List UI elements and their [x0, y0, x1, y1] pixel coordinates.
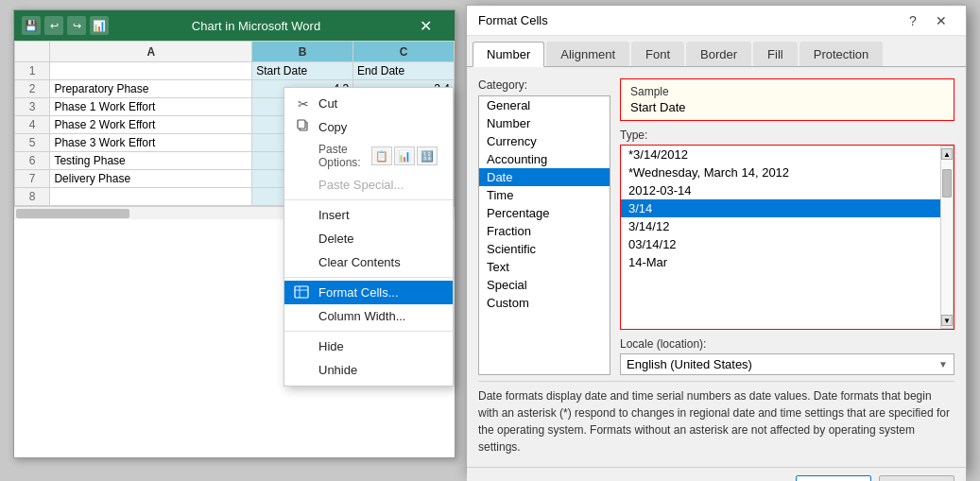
locale-row: Locale (location): English (United State… [620, 337, 954, 375]
tab-alignment[interactable]: Alignment [546, 42, 629, 66]
menu-label-paste-options: Paste Options: [318, 143, 366, 169]
tab-protection[interactable]: Protection [799, 42, 884, 66]
menu-item-format-cells[interactable]: Format Cells... [284, 281, 453, 304]
category-time[interactable]: Time [479, 186, 610, 204]
locale-dropdown-arrow: ▼ [938, 359, 948, 369]
row-num-1: 1 [15, 62, 50, 80]
scroll-up-button[interactable]: ▲ [941, 148, 953, 160]
ok-button[interactable]: OK [796, 475, 871, 481]
cell-c1[interactable]: End Date [353, 62, 455, 80]
menu-item-clear-contents[interactable]: Clear Contents [284, 250, 453, 274]
menu-item-column-width[interactable]: Column Width... [284, 304, 453, 328]
type-item-4[interactable]: 3/14 [621, 199, 940, 217]
menu-label-copy: Copy [318, 120, 347, 134]
category-list[interactable]: General Number Currency Accounting Date … [478, 95, 610, 375]
redo-icon[interactable]: ↪ [67, 16, 86, 35]
type-item-7[interactable]: 14-Mar [621, 253, 940, 271]
row-num-3: 3 [15, 98, 50, 116]
corner-header [15, 42, 50, 62]
locale-select[interactable]: English (United States) ▼ [620, 353, 954, 375]
dialog-close-button[interactable]: ✕ [928, 9, 954, 33]
copy-icon [294, 119, 313, 135]
type-container: Type: *3/14/2012 *Wednesday, March 14, 2… [620, 129, 954, 330]
undo-icon[interactable]: ↩ [44, 16, 63, 35]
menu-label-insert: Insert [318, 208, 350, 222]
type-label: Type: [620, 129, 954, 142]
cell-a4[interactable]: Phase 2 Work Effort [50, 116, 252, 134]
cell-a8[interactable] [50, 188, 252, 206]
col-header-b[interactable]: B [252, 42, 353, 62]
cell-a1[interactable] [50, 62, 252, 80]
type-item-1[interactable]: *3/14/2012 [621, 146, 940, 163]
paste-icon-3[interactable]: 🔢 [417, 146, 438, 165]
paste-icon-2[interactable]: 📊 [394, 146, 415, 165]
category-general[interactable]: General [479, 96, 610, 114]
table-row: 1 Start Date End Date [15, 62, 455, 80]
dialog-footer: OK Cancel [467, 467, 966, 481]
category-scientific[interactable]: Scientific [479, 240, 610, 258]
menu-label-column-width: Column Width... [318, 309, 405, 323]
cancel-button[interactable]: Cancel [879, 475, 954, 481]
paste-icon-1[interactable]: 📋 [371, 146, 392, 165]
category-number[interactable]: Number [479, 114, 610, 132]
scroll-track [941, 160, 953, 315]
tab-fill[interactable]: Fill [753, 42, 798, 66]
format-cells-icon [294, 285, 309, 301]
type-list-scrollbar[interactable]: ▲ ▼ [940, 146, 954, 329]
type-item-2[interactable]: *Wednesday, March 14, 2012 [621, 163, 940, 181]
menu-separator-1 [284, 199, 453, 200]
menu-item-delete[interactable]: Delete [284, 227, 453, 250]
category-text[interactable]: Text [479, 258, 610, 276]
type-list[interactable]: *3/14/2012 *Wednesday, March 14, 2012 20… [621, 146, 940, 329]
cell-a2[interactable]: Preparatory Phase [50, 80, 252, 98]
menu-item-copy[interactable]: Copy [284, 115, 453, 139]
category-currency[interactable]: Currency [479, 132, 610, 150]
type-item-6[interactable]: 03/14/12 [621, 235, 940, 253]
dialog-main-row: Category: General Number Currency Accoun… [478, 78, 954, 375]
cell-a3[interactable]: Phase 1 Work Effort [50, 98, 252, 116]
row-num-6: 6 [15, 152, 50, 170]
menu-item-unhide[interactable]: Unhide [284, 358, 453, 382]
category-fraction[interactable]: Fraction [479, 222, 610, 240]
menu-label-format-cells: Format Cells... [318, 285, 399, 300]
col-header-c[interactable]: C [353, 42, 455, 62]
cell-a7[interactable]: Delivery Phase [50, 170, 252, 188]
category-date[interactable]: Date [479, 168, 610, 186]
sample-label: Sample [630, 85, 944, 98]
svg-rect-1 [298, 120, 305, 129]
col-header-a[interactable]: A [50, 42, 252, 62]
scroll-down-button[interactable]: ▼ [941, 315, 953, 326]
menu-separator-3 [284, 331, 453, 332]
menu-label-cut: Cut [318, 96, 337, 111]
menu-item-insert[interactable]: Insert [284, 203, 453, 227]
svg-rect-2 [295, 286, 308, 298]
right-panel: Sample Start Date Type: *3/14/2012 *Wedn… [620, 78, 954, 375]
menu-item-hide[interactable]: Hide [284, 335, 453, 358]
category-special[interactable]: Special [479, 276, 610, 294]
row-num-2: 2 [15, 80, 50, 98]
tab-border[interactable]: Border [686, 42, 751, 66]
cut-icon: ✂ [294, 96, 313, 112]
dialog-body: Category: General Number Currency Accoun… [467, 67, 966, 467]
menu-label-unhide: Unhide [318, 363, 357, 377]
row-num-5: 5 [15, 134, 50, 152]
menu-item-paste-special[interactable]: Paste Special... [284, 173, 453, 197]
tab-font[interactable]: Font [631, 42, 684, 66]
save-icon[interactable]: 💾 [22, 16, 41, 35]
excel-close-button[interactable]: ✕ [404, 10, 447, 41]
category-percentage[interactable]: Percentage [479, 204, 610, 222]
category-label: Category: [478, 78, 610, 92]
column-header-row: A B C [15, 42, 455, 62]
cell-b1[interactable]: Start Date [252, 62, 353, 80]
tab-number[interactable]: Number [473, 42, 544, 67]
cell-a5[interactable]: Phase 3 Work Effort [50, 134, 252, 152]
type-item-5[interactable]: 3/14/12 [621, 217, 940, 235]
category-custom[interactable]: Custom [479, 294, 610, 312]
type-item-3[interactable]: 2012-03-14 [621, 181, 940, 199]
dialog-help-button[interactable]: ? [900, 9, 926, 33]
sample-box: Sample Start Date [620, 78, 954, 121]
cell-a6[interactable]: Testing Phase [50, 152, 252, 170]
category-accounting[interactable]: Accounting [479, 150, 610, 168]
menu-item-cut[interactable]: ✂ Cut [284, 92, 453, 115]
chart-icon[interactable]: 📊 [90, 16, 109, 35]
